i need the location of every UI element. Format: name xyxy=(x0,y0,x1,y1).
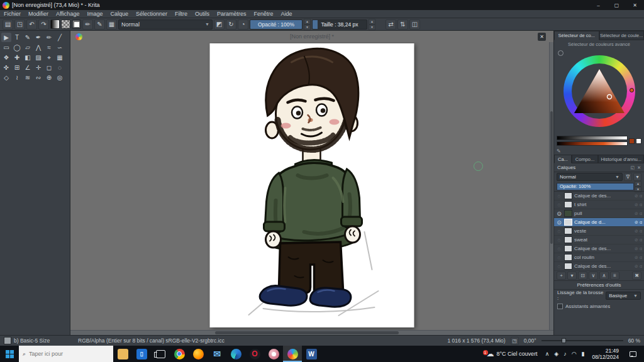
pan-tool[interactable]: ◎ xyxy=(55,73,65,82)
inherit-alpha-icon[interactable]: ⊘ xyxy=(635,194,638,199)
maximize-button[interactable]: ▢ xyxy=(608,0,626,10)
add-layer-caret[interactable]: ▾ xyxy=(567,272,577,280)
alpha-lock-icon[interactable]: α xyxy=(640,255,642,260)
similar-selection-tool[interactable]: ∾ xyxy=(33,73,43,82)
inherit-alpha-icon[interactable]: ⊘ xyxy=(635,202,638,207)
action-center-button[interactable] xyxy=(624,351,641,357)
layer-row[interactable]: ○ Calque de des... ⊘α xyxy=(554,244,644,253)
reload-preset-icon[interactable]: ↻ xyxy=(226,19,236,30)
choose-brush-preset-icon[interactable]: ✏ xyxy=(82,19,93,30)
battery-icon[interactable]: ▮ xyxy=(579,351,587,357)
taskbar-app-opera[interactable]: O xyxy=(245,346,264,362)
brush-preset-thumbnail[interactable] xyxy=(4,337,11,344)
magnetic-selection-tool[interactable]: ≋ xyxy=(23,73,33,82)
zoom-slider-handle[interactable] xyxy=(562,338,566,343)
last-color-dot[interactable] xyxy=(558,50,564,56)
brush-size-slider[interactable]: Taille : 38,24 px xyxy=(312,19,367,30)
previous-color-swatch[interactable] xyxy=(636,138,641,144)
move-layer-down-button[interactable]: ∨ xyxy=(589,272,598,280)
alpha-lock-icon[interactable]: α xyxy=(640,211,642,216)
taskbar-clock[interactable]: 21:49 08/12/2024 xyxy=(587,348,624,360)
smoothing-dropdown[interactable]: Basique ▼ xyxy=(606,292,641,300)
calligraphy-tool[interactable]: ✒ xyxy=(33,33,43,42)
taskbar-app-firefox[interactable] xyxy=(189,346,208,362)
alpha-lock-icon[interactable]: α xyxy=(640,264,642,269)
dynamic-brush-tool[interactable]: ❖ xyxy=(1,53,11,62)
freehand-path-tool[interactable]: ∽ xyxy=(55,43,65,52)
inherit-alpha-icon[interactable]: ⊘ xyxy=(635,264,638,269)
menu-item[interactable]: Filtre xyxy=(171,11,191,17)
layer-row[interactable]: ○ t shirt ⊘α xyxy=(554,200,644,209)
redo-icon[interactable]: ↷ xyxy=(38,19,49,30)
sv-triangle[interactable] xyxy=(573,68,626,114)
taskbar-search[interactable]: ⌕ xyxy=(19,346,113,362)
polygon-tool[interactable]: ▱ xyxy=(23,43,33,52)
edit-shapes-tool[interactable]: ✎ xyxy=(23,33,33,42)
move-layer-up-button[interactable]: ∧ xyxy=(599,272,609,280)
elliptical-selection-tool[interactable]: ◌ xyxy=(55,63,65,72)
task-view-button[interactable] xyxy=(151,346,170,362)
tab-compositions[interactable]: Compo... xyxy=(572,155,598,163)
transform-tool[interactable]: ▶ xyxy=(1,33,11,42)
close-button[interactable]: ✕ xyxy=(626,0,644,10)
minimize-button[interactable]: – xyxy=(589,0,608,10)
mirror-vertical-icon[interactable]: ⇅ xyxy=(397,19,408,30)
blending-mode-dropdown[interactable]: Normal ▼ xyxy=(118,19,213,30)
delete-layer-button[interactable]: ✖ xyxy=(632,272,641,280)
zoom-tool[interactable]: ⊕ xyxy=(44,73,54,82)
polygonal-selection-tool[interactable]: ◇ xyxy=(1,73,11,82)
hidden-icons-chevron[interactable]: ∧ xyxy=(543,351,552,357)
lightness-strip[interactable] xyxy=(557,136,628,140)
current-color-swatch[interactable] xyxy=(629,138,635,144)
inherit-alpha-icon[interactable]: ⊘ xyxy=(635,211,638,216)
polyline-tool[interactable]: ⋀ xyxy=(33,43,43,52)
mirror-horizontal-icon[interactable]: ⇄ xyxy=(386,19,396,30)
layer-visibility-icon[interactable]: ○ xyxy=(556,228,562,234)
alpha-lock-icon[interactable]: α xyxy=(640,202,642,207)
add-layer-button[interactable]: + xyxy=(557,272,566,280)
smart-patch-tool[interactable]: ✛ xyxy=(33,63,43,72)
layer-row[interactable]: ○ Calque de des... ⊘α xyxy=(554,192,644,200)
layer-blend-mode-dropdown[interactable]: Normal ▼ xyxy=(557,173,623,181)
layer-row[interactable]: ○ veste ⊘α xyxy=(554,227,644,236)
line-tool[interactable]: ╱ xyxy=(55,33,65,42)
layer-visibility-icon[interactable]: ○ xyxy=(556,246,562,252)
layer-row-selected[interactable]: ⊙ Calque de d... ⊘α xyxy=(554,218,644,227)
brush-preset-name[interactable]: b) Basic-5 Size xyxy=(14,337,50,344)
eraser-mode-icon[interactable]: ◩ xyxy=(214,19,225,30)
opacity-slider[interactable]: Opacité : 100% xyxy=(250,19,303,30)
filter-caret-icon[interactable]: ▾ xyxy=(633,173,641,181)
fill-tool[interactable]: ◧ xyxy=(23,53,33,62)
size-spinner[interactable]: ▲▼ xyxy=(369,19,375,30)
menu-item[interactable]: Affichage xyxy=(52,11,83,17)
inherit-alpha-icon[interactable]: ⊘ xyxy=(635,220,638,225)
edit-brush-settings-icon[interactable]: ✎ xyxy=(94,19,105,30)
alpha-lock-icon[interactable]: α xyxy=(640,229,642,234)
layer-properties-button[interactable]: ≡ xyxy=(610,272,619,280)
volume-icon[interactable]: ♪ xyxy=(561,351,569,357)
selection-mode-icon[interactable]: ◳ xyxy=(511,337,519,345)
alpha-lock-icon[interactable]: α xyxy=(640,238,642,243)
menu-item[interactable]: Modifier xyxy=(25,11,52,17)
opacity-spinner[interactable]: ▲▼ xyxy=(304,19,311,30)
canvas-horizontal-scrollbar[interactable] xyxy=(70,330,553,335)
wraparound-mode-icon[interactable]: ◫ xyxy=(409,19,420,30)
duplicate-layer-button[interactable]: ⊡ xyxy=(578,272,587,280)
undo-icon[interactable]: ↶ xyxy=(26,19,37,30)
inherit-alpha-icon[interactable]: ⊘ xyxy=(635,246,638,251)
taskbar-app-paint[interactable] xyxy=(264,346,283,362)
taskbar-app-mail[interactable]: ✉ xyxy=(208,346,226,362)
artwork-cartoon-boy[interactable] xyxy=(210,43,414,327)
rectangle-tool[interactable]: ▭ xyxy=(1,43,11,52)
snap-assistants-checkbox[interactable] xyxy=(557,304,563,309)
zoom-percentage[interactable]: 60 % xyxy=(628,337,640,344)
layer-visibility-icon[interactable]: ○ xyxy=(556,237,562,243)
alpha-lock-icon[interactable]: α xyxy=(640,220,642,225)
layer-row[interactable]: ⊙ pull ⊘α xyxy=(554,209,644,218)
color-sampler-icon[interactable]: ✎ xyxy=(557,148,561,154)
taskbar-app-notes[interactable] xyxy=(113,346,132,362)
crop-tool[interactable]: ⊞ xyxy=(12,63,22,72)
taskbar-app-chrome[interactable] xyxy=(170,346,189,362)
layer-visibility-icon[interactable]: ○ xyxy=(556,263,562,270)
zoom-slider[interactable] xyxy=(541,337,623,344)
